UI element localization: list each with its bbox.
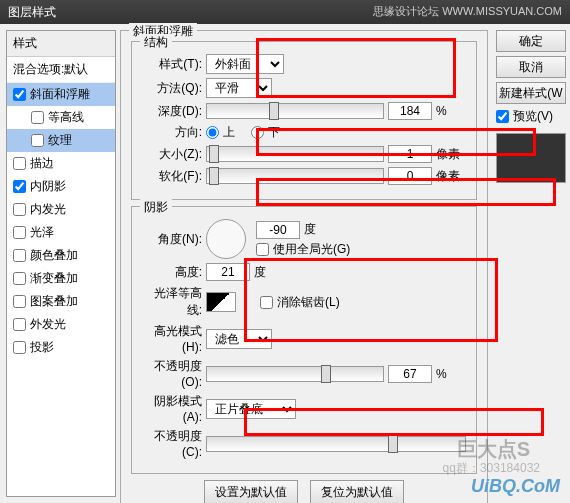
sidebar-item[interactable]: 内发光 — [7, 198, 115, 221]
shadow-opacity-slider[interactable] — [206, 436, 466, 452]
shadow-opacity-label: 不透明度(C): — [142, 428, 202, 459]
preview-label: 预览(V) — [513, 108, 553, 125]
ok-button[interactable]: 确定 — [496, 30, 566, 52]
structure-title: 结构 — [140, 34, 172, 51]
sidebar-item-label: 颜色叠加 — [30, 247, 78, 264]
set-default-button[interactable]: 设置为默认值 — [204, 480, 298, 503]
highlight-opacity-input[interactable] — [388, 365, 432, 383]
highlight-opacity-unit: % — [436, 367, 466, 381]
shadow-mode-select[interactable]: 正片叠底 — [206, 399, 296, 419]
antialias-checkbox[interactable] — [260, 296, 273, 309]
dir-down-radio[interactable] — [251, 126, 264, 139]
site-credit: 思缘设计论坛 WWW.MISSYUAN.COM — [373, 4, 562, 20]
depth-input[interactable] — [388, 102, 432, 120]
style-checkbox[interactable] — [13, 341, 26, 354]
sidebar-item-label: 外发光 — [30, 316, 66, 333]
depth-slider[interactable] — [206, 103, 384, 119]
structure-group: 结构 样式(T): 外斜面 方法(Q): 平滑 深度(D): % 方向: — [131, 41, 477, 200]
direction-label: 方向: — [142, 124, 202, 141]
sidebar-item-label: 投影 — [30, 339, 54, 356]
window-title: 图层样式 — [8, 4, 56, 20]
gloss-label: 光泽等高线: — [142, 285, 202, 319]
shadow-mode-label: 阴影模式(A): — [142, 393, 202, 424]
sidebar-header: 样式 — [7, 31, 115, 57]
shading-title: 阴影 — [140, 199, 172, 216]
style-checkbox[interactable] — [13, 295, 26, 308]
soften-label: 软化(F): — [142, 168, 202, 185]
sidebar-item[interactable]: 投影 — [7, 336, 115, 359]
preview-swatch — [496, 133, 566, 183]
antialias-label: 消除锯齿(L) — [277, 294, 340, 311]
style-checkbox[interactable] — [13, 180, 26, 193]
blend-options[interactable]: 混合选项:默认 — [7, 57, 115, 83]
global-light-checkbox[interactable] — [256, 243, 269, 256]
style-checkbox[interactable] — [13, 157, 26, 170]
style-checkbox[interactable] — [13, 249, 26, 262]
right-column: 确定 取消 新建样式(W 预览(V) — [492, 24, 570, 503]
soften-unit: 像素 — [436, 168, 466, 185]
size-label: 大小(Z): — [142, 146, 202, 163]
size-input[interactable] — [388, 145, 432, 163]
sidebar-item[interactable]: 等高线 — [7, 106, 115, 129]
style-checkbox[interactable] — [31, 111, 44, 124]
soften-slider[interactable] — [206, 168, 384, 184]
dir-down-label: 下 — [268, 124, 280, 141]
dir-up-radio[interactable] — [206, 126, 219, 139]
sidebar-item[interactable]: 图案叠加 — [7, 290, 115, 313]
sidebar-item[interactable]: 光泽 — [7, 221, 115, 244]
sidebar-item-label: 图案叠加 — [30, 293, 78, 310]
sidebar-item[interactable]: 描边 — [7, 152, 115, 175]
size-unit: 像素 — [436, 146, 466, 163]
watermark-qq: qq群：303184032 — [443, 460, 540, 477]
highlight-mode-label: 高光模式(H): — [142, 323, 202, 354]
styles-sidebar: 样式 混合选项:默认 斜面和浮雕等高线纹理描边内阴影内发光光泽颜色叠加渐变叠加图… — [6, 30, 116, 497]
sidebar-item[interactable]: 渐变叠加 — [7, 267, 115, 290]
angle-wheel[interactable] — [206, 219, 246, 259]
reset-default-button[interactable]: 复位为默认值 — [310, 480, 404, 503]
style-checkbox[interactable] — [13, 203, 26, 216]
size-slider[interactable] — [206, 146, 384, 162]
highlight-opacity-label: 不透明度(O): — [142, 358, 202, 389]
cancel-button[interactable]: 取消 — [496, 56, 566, 78]
dialog-body: 样式 混合选项:默认 斜面和浮雕等高线纹理描边内阴影内发光光泽颜色叠加渐变叠加图… — [0, 24, 570, 503]
style-label: 样式(T): — [142, 56, 202, 73]
sidebar-item[interactable]: 内阴影 — [7, 175, 115, 198]
sidebar-item-label: 内阴影 — [30, 178, 66, 195]
shading-group: 阴影 角度(N): 度 使用全局光(G) — [131, 206, 477, 474]
sidebar-item-label: 渐变叠加 — [30, 270, 78, 287]
highlight-opacity-slider[interactable] — [206, 366, 384, 382]
sidebar-item-label: 斜面和浮雕 — [30, 86, 90, 103]
angle-label: 角度(N): — [142, 231, 202, 248]
angle-input[interactable] — [256, 221, 300, 239]
altitude-label: 高度: — [142, 264, 202, 281]
depth-unit: % — [436, 104, 466, 118]
altitude-input[interactable] — [206, 263, 250, 281]
sidebar-item-label: 纹理 — [48, 132, 72, 149]
main-panel: 斜面和浮雕 结构 样式(T): 外斜面 方法(Q): 平滑 深度(D): % — [116, 24, 492, 503]
dir-up-label: 上 — [223, 124, 235, 141]
new-style-button[interactable]: 新建样式(W — [496, 82, 566, 104]
soften-input[interactable] — [388, 167, 432, 185]
style-select[interactable]: 外斜面 — [206, 54, 284, 74]
preview-checkbox[interactable] — [496, 110, 509, 123]
depth-label: 深度(D): — [142, 103, 202, 120]
watermark-logo: UiBQ.CoM — [471, 476, 560, 497]
style-checkbox[interactable] — [13, 226, 26, 239]
titlebar: 图层样式 思缘设计论坛 WWW.MISSYUAN.COM — [0, 0, 570, 24]
sidebar-item[interactable]: 斜面和浮雕 — [7, 83, 115, 106]
style-checkbox[interactable] — [31, 134, 44, 147]
sidebar-item[interactable]: 外发光 — [7, 313, 115, 336]
sidebar-item[interactable]: 纹理 — [7, 129, 115, 152]
watermark-text: 巨大点S — [457, 436, 530, 463]
method-label: 方法(Q): — [142, 80, 202, 97]
style-checkbox[interactable] — [13, 272, 26, 285]
style-checkbox[interactable] — [13, 88, 26, 101]
method-select[interactable]: 平滑 — [206, 78, 272, 98]
sidebar-item-label: 描边 — [30, 155, 54, 172]
style-checkbox[interactable] — [13, 318, 26, 331]
highlight-mode-select[interactable]: 滤色 — [206, 329, 272, 349]
sidebar-item[interactable]: 颜色叠加 — [7, 244, 115, 267]
angle-unit: 度 — [304, 221, 316, 238]
gloss-contour-swatch[interactable] — [206, 292, 236, 312]
sidebar-item-label: 等高线 — [48, 109, 84, 126]
